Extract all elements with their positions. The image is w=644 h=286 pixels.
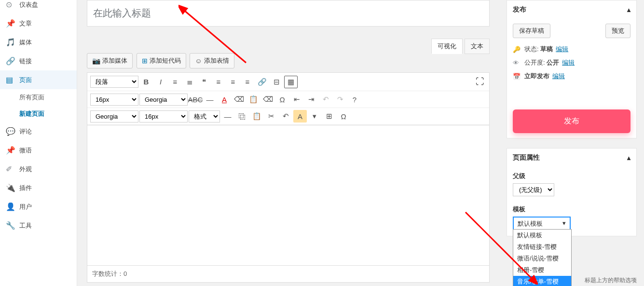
preview-button[interactable]: 预览 — [605, 24, 630, 38]
chevron-down-icon[interactable]: ▾ — [308, 110, 321, 123]
align-left-button[interactable]: ≡ — [212, 76, 225, 88]
copy-button[interactable]: ⿻ — [235, 110, 249, 123]
fullscreen-button[interactable]: ⛶ — [474, 75, 486, 89]
sidebar-item-users[interactable]: 👤用户 — [0, 197, 77, 216]
more-button[interactable]: ⊟ — [270, 76, 283, 88]
publish-button[interactable]: 发布 — [513, 109, 630, 133]
bold-button[interactable]: B — [139, 76, 153, 88]
fontfamily-select-2[interactable]: Georgia — [90, 110, 138, 123]
sidebar-item-dashboard[interactable]: ⊙仪表盘 — [0, 0, 77, 14]
sidebar-item-label: 用户 — [19, 203, 32, 211]
format-select[interactable]: 格式 — [189, 110, 220, 123]
publish-panel-header[interactable]: 发布▴ — [507, 0, 636, 19]
undo-button[interactable]: ↶ — [319, 93, 332, 106]
bg-color-button[interactable]: A — [293, 110, 307, 123]
fontfamily-select[interactable]: Georgia — [139, 94, 188, 106]
attributes-panel-header[interactable]: 页面属性▴ — [507, 149, 636, 167]
schedule-label: 立即发布 — [524, 72, 549, 81]
sidebar-item-plugins[interactable]: 🔌插件 — [0, 178, 77, 197]
hr-button[interactable]: — — [203, 93, 217, 106]
media-icon: 🎵 — [6, 38, 15, 47]
sidebar-item-media[interactable]: 🎵媒体 — [0, 33, 77, 52]
edit-visibility-link[interactable]: 编辑 — [562, 58, 575, 67]
template-option[interactable]: 音乐/歌单-雪樱 — [513, 276, 571, 286]
clear-format-button[interactable]: ⌫ — [232, 93, 246, 106]
camera-icon: 📷 — [92, 57, 100, 65]
indent-button[interactable]: ⇥ — [304, 93, 318, 106]
align-right-button[interactable]: ≡ — [241, 76, 254, 88]
media-btn-label: 添加短代码 — [150, 56, 181, 65]
dashboard-icon: ⊙ — [6, 0, 15, 9]
quote-button[interactable]: ❝ — [197, 76, 211, 88]
align-center-button[interactable]: ≡ — [226, 76, 240, 88]
paste-button[interactable]: 📋 — [250, 110, 263, 123]
add-emoji-button[interactable]: ☺添加表情 — [190, 53, 234, 68]
sidebar-item-label: 评论 — [19, 127, 32, 136]
pin-icon: 📌 — [6, 146, 15, 155]
sidebar-item-label: 文章 — [19, 19, 32, 28]
status-label: 状态: — [524, 45, 539, 54]
number-list-button[interactable]: ≣ — [183, 76, 196, 88]
sidebar-item-label: 链接 — [19, 57, 32, 66]
sidebar-sub-all-pages[interactable]: 所有页面 — [0, 89, 77, 106]
omega-button[interactable]: Ω — [337, 110, 350, 123]
sidebar-item-posts[interactable]: 📌文章 — [0, 14, 77, 33]
chevron-up-icon: ▴ — [627, 154, 630, 162]
outdent-button[interactable]: ⇤ — [290, 93, 303, 106]
sidebar-sub-new-page[interactable]: 新建页面 — [0, 106, 77, 122]
shortcode-icon: ⊞ — [142, 57, 148, 65]
undo-button-2[interactable]: ↶ — [279, 110, 292, 123]
template-option[interactable]: 微语/说说-雪樱 — [513, 253, 571, 264]
sidebar-item-appearance[interactable]: ✐外观 — [0, 160, 77, 178]
add-shortcode-button[interactable]: ⊞添加短代码 — [137, 53, 186, 68]
sidebar-item-pages[interactable]: ▤页面 — [0, 70, 77, 89]
visibility-row: 👁公开度: 公开编辑 — [513, 58, 630, 67]
toolbar-row-1: 段落 B I ≡ ≣ ❝ ≡ ≡ ≡ 🔗 ⊟ ▦ ⛶ — [87, 73, 489, 91]
template-option[interactable]: 友情链接-雪樱 — [513, 241, 571, 253]
toolbar-row-3: Georgia 16px 格式 — ⿻ 📋 ✂ ↶ A ▾ ⊞ Ω — [87, 108, 489, 125]
paragraph-select[interactable]: 段落 — [90, 76, 138, 88]
schedule-row: 📅立即发布编辑 — [513, 72, 630, 81]
sidebar-item-comments[interactable]: 💬评论 — [0, 122, 77, 141]
hr-button-2[interactable]: — — [221, 110, 234, 123]
template-option[interactable]: 默认模板 — [513, 230, 571, 241]
fontsize-select-2[interactable]: 16px — [139, 110, 188, 123]
right-sidebar: 发布▴ 保存草稿 预览 🔑状态: 草稿编辑 👁公开度: 公开编辑 📅立即发布编辑… — [499, 0, 644, 286]
sidebar-item-label: 微语 — [19, 146, 32, 155]
user-icon: 👤 — [6, 202, 15, 211]
template-option[interactable]: 相册-雪樱 — [513, 264, 571, 276]
parent-select[interactable]: (无父级) — [513, 183, 554, 196]
eraser-button[interactable]: ⌫ — [261, 93, 274, 106]
pin-icon: 📌 — [6, 19, 15, 28]
brush-icon: ✐ — [6, 164, 15, 174]
editor-content[interactable] — [87, 125, 490, 265]
fontsize-select[interactable]: 16px — [90, 94, 138, 106]
wordcount-label: 字数统计： — [92, 270, 123, 277]
edit-schedule-link[interactable]: 编辑 — [552, 72, 565, 81]
sidebar-item-label: 媒体 — [19, 38, 32, 47]
redo-button[interactable]: ↷ — [333, 93, 347, 106]
calendar-icon: 📅 — [513, 73, 521, 80]
tab-visual[interactable]: 可视化 — [431, 39, 463, 54]
table-button[interactable]: ⊞ — [322, 110, 336, 123]
sidebar-item-links[interactable]: 🔗链接 — [0, 52, 77, 70]
bullet-list-button[interactable]: ≡ — [168, 76, 182, 88]
text-color-button[interactable]: A — [218, 93, 231, 106]
title-input[interactable] — [87, 0, 490, 27]
sidebar-item-tools[interactable]: 🔧工具 — [0, 216, 77, 235]
italic-button[interactable]: I — [154, 76, 167, 88]
tab-text[interactable]: 文本 — [465, 39, 490, 54]
sidebar-item-label: 外观 — [19, 165, 32, 174]
cut-button[interactable]: ✂ — [264, 110, 278, 123]
strikethrough-button[interactable]: ABC — [189, 93, 202, 106]
paste-text-button[interactable]: 📋 — [247, 93, 260, 106]
save-draft-button[interactable]: 保存草稿 — [513, 24, 550, 38]
sidebar-item-label: 仪表盘 — [19, 0, 38, 9]
kitchen-sink-button[interactable]: ▦ — [284, 76, 298, 88]
edit-status-link[interactable]: 编辑 — [556, 45, 568, 54]
sidebar-item-weiyu[interactable]: 📌微语 — [0, 141, 77, 160]
link-button[interactable]: 🔗 — [255, 76, 269, 88]
special-char-button[interactable]: Ω — [275, 93, 289, 106]
help-button[interactable]: ? — [348, 93, 361, 106]
add-media-button[interactable]: 📷添加媒体 — [87, 53, 133, 68]
